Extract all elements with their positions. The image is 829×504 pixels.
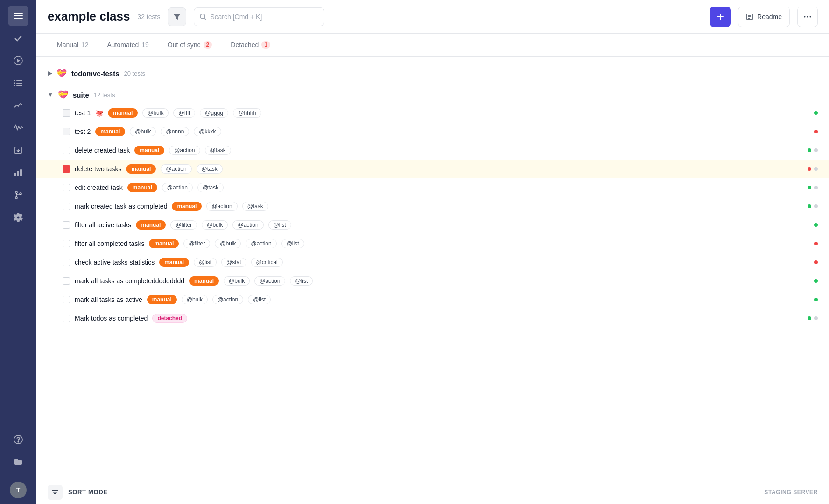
test-tag[interactable]: @ffff [173, 108, 195, 118]
suite-todomvc-tests-header[interactable]: ▶ 💝 todomvc-tests 20 tests [36, 64, 829, 82]
test-tag[interactable]: @list [281, 239, 304, 248]
status-dots [808, 186, 818, 189]
test-checkbox[interactable] [63, 315, 70, 322]
test-tag[interactable]: detached [152, 314, 187, 323]
tab-out-of-sync-badge: 2 [204, 41, 212, 49]
test-tag[interactable]: @filter [170, 220, 197, 230]
test-tag[interactable]: @action [254, 276, 285, 286]
import-icon[interactable] [8, 140, 28, 161]
test-tag[interactable]: @bulk [182, 295, 208, 304]
test-tag[interactable]: manual [127, 183, 157, 192]
git-branch-icon[interactable] [8, 185, 28, 205]
test-row[interactable]: test 2 manual @bulk @nnnn @kkkk [36, 122, 829, 141]
test-row[interactable]: filter all completed tasks manual @filte… [36, 234, 829, 253]
readme-button[interactable]: Readme [738, 7, 790, 27]
test-tag[interactable]: @task [242, 202, 268, 211]
test-row[interactable]: mark all tasks as completeddddddddd manu… [36, 272, 829, 290]
check-icon[interactable] [8, 28, 28, 49]
test-tag[interactable]: @bulk [202, 220, 228, 230]
folder-icon[interactable] [8, 452, 28, 472]
test-tag[interactable]: @bulk [224, 276, 250, 286]
test-row[interactable]: delete two tasks manual @action @task [36, 160, 829, 178]
test-row[interactable]: Mark todos as completed detached [36, 309, 829, 328]
test-tag[interactable]: @list [194, 258, 217, 267]
test-tag[interactable]: @action [206, 202, 237, 211]
test-tag[interactable]: @stat [221, 258, 246, 267]
tab-manual[interactable]: Manual 12 [48, 34, 98, 57]
test-tag[interactable]: manual [136, 220, 166, 230]
tab-detached[interactable]: Detached 1 [221, 34, 280, 57]
chart-line-icon[interactable] [8, 95, 28, 116]
test-tag[interactable]: @list [290, 276, 313, 286]
svg-line-23 [204, 18, 206, 20]
test-checkbox[interactable] [63, 184, 70, 191]
tab-automated[interactable]: Automated 19 [98, 34, 158, 57]
filter-button[interactable] [168, 7, 186, 26]
test-row[interactable]: mark all tasks as active manual @bulk @a… [36, 290, 829, 309]
test-tag[interactable]: @action [169, 146, 200, 155]
tab-out-of-sync[interactable]: Out of sync 2 [158, 34, 222, 57]
test-tag[interactable]: @bulk [215, 239, 241, 248]
tab-detached-badge: 1 [261, 41, 270, 49]
help-icon[interactable] [8, 429, 28, 450]
test-checkbox[interactable] [63, 203, 70, 210]
test-tag[interactable]: manual [126, 164, 156, 174]
test-tag[interactable]: @task [197, 183, 224, 192]
test-row[interactable]: check active tasks statistics manual @li… [36, 253, 829, 272]
test-checkbox[interactable] [63, 296, 70, 303]
test-tag[interactable]: manual [159, 258, 189, 267]
bar-chart-icon[interactable] [8, 162, 28, 183]
svg-rect-13 [14, 173, 16, 176]
content-area: ▶ 💝 todomvc-tests 20 tests ▼ 💝 suite 12 … [36, 57, 829, 480]
test-tag[interactable]: @action [232, 220, 263, 230]
test-tag[interactable]: manual [189, 276, 219, 286]
sort-mode-icon[interactable] [48, 485, 63, 500]
test-tag[interactable]: manual [95, 127, 125, 136]
test-tag[interactable]: @bulk [142, 108, 169, 118]
test-tag[interactable]: manual [172, 202, 202, 211]
test-tag[interactable]: @action [246, 239, 276, 248]
test-tag[interactable]: @action [161, 164, 191, 174]
checklist-icon[interactable] [8, 73, 28, 93]
test-checkbox[interactable] [63, 221, 70, 229]
avatar[interactable]: T [10, 482, 27, 498]
settings-icon[interactable] [8, 207, 28, 228]
test-checkbox[interactable] [63, 147, 70, 154]
test-tag[interactable]: @list [268, 220, 291, 230]
test-tag[interactable]: @critical [251, 258, 283, 267]
test-tag[interactable]: @task [197, 164, 223, 174]
hamburger-menu-icon[interactable] [8, 6, 28, 26]
test-tag[interactable]: manual [134, 146, 164, 155]
test-tag[interactable]: manual [149, 239, 179, 248]
test-tag[interactable]: @action [162, 183, 193, 192]
test-row[interactable]: mark created task as completed manual @a… [36, 197, 829, 216]
test-checkbox[interactable] [63, 259, 70, 266]
test-checkbox[interactable] [63, 240, 70, 247]
more-options-button[interactable] [797, 7, 818, 27]
test-tag[interactable]: @kkkk [194, 127, 221, 136]
suite-suite-header[interactable]: ▼ 💝 suite 12 tests [36, 86, 829, 104]
test-tag[interactable]: @task [205, 146, 231, 155]
status-dots [814, 298, 818, 301]
test-row[interactable]: test 1 🐙 manual @bulk @ffff @gggg @hhhh [36, 104, 829, 122]
test-row[interactable]: edit created task manual @action @task [36, 178, 829, 197]
test-row[interactable]: filter all active tasks manual @filter @… [36, 216, 829, 234]
test-tag[interactable]: manual [108, 108, 138, 118]
play-icon[interactable] [8, 50, 28, 71]
status-dot-gray [814, 148, 818, 152]
test-row[interactable]: delete created task manual @action @task [36, 141, 829, 160]
add-button[interactable] [710, 7, 731, 27]
test-name: check active tasks statistics [75, 259, 155, 266]
search-bar[interactable]: Search [Cmd + K] [194, 7, 324, 26]
activity-icon[interactable] [8, 118, 28, 138]
test-tag[interactable]: manual [147, 295, 177, 304]
test-tag[interactable]: @action [212, 295, 243, 304]
test-checkbox[interactable] [63, 277, 70, 285]
test-tag[interactable]: @gggg [200, 108, 228, 118]
test-tag[interactable]: @bulk [130, 127, 156, 136]
test-tag[interactable]: @list [248, 295, 271, 304]
test-tag[interactable]: @filter [183, 239, 210, 248]
test-icon [63, 128, 70, 135]
test-tag[interactable]: @hhhh [233, 108, 261, 118]
test-tag[interactable]: @nnnn [161, 127, 189, 136]
